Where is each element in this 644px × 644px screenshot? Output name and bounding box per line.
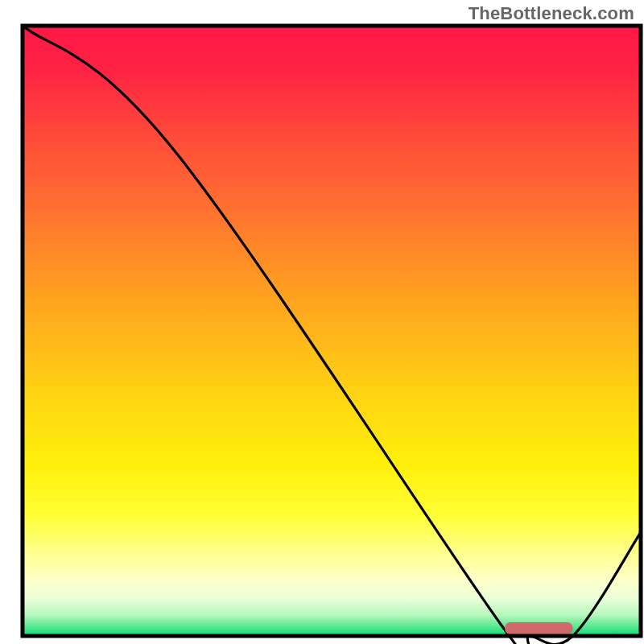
chart-container: TheBottleneck.com (0, 0, 644, 644)
bottleneck-chart (0, 0, 644, 644)
attribution-label: TheBottleneck.com (469, 3, 634, 24)
plot-background (23, 26, 641, 636)
sweet-spot-marker (505, 622, 572, 634)
